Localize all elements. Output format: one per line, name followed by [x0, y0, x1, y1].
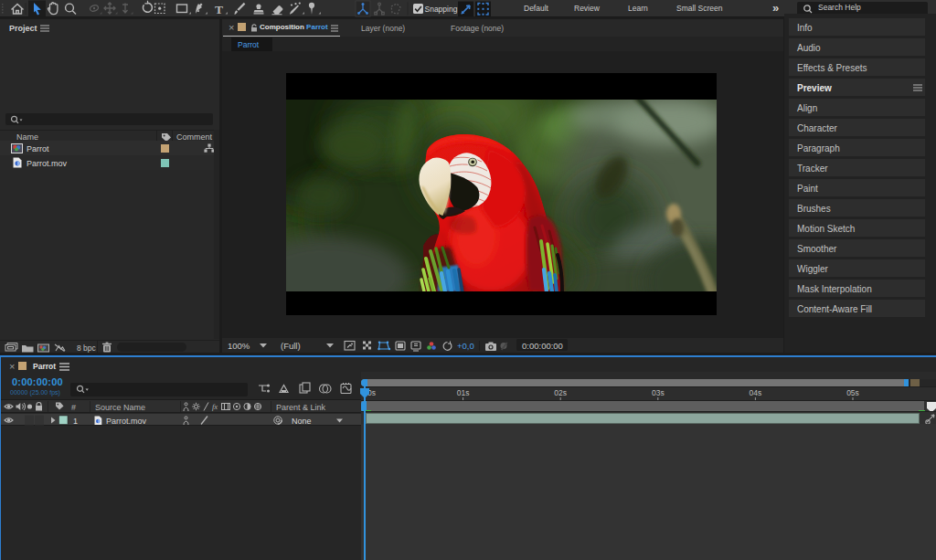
svg-text:01s: 01s: [457, 388, 470, 397]
svg-text:04s: 04s: [750, 388, 762, 397]
svg-text:T: T: [215, 3, 223, 16]
svg-text:Snapping: Snapping: [425, 5, 458, 14]
svg-text:05s: 05s: [846, 388, 859, 397]
svg-text:Source Name: Source Name: [95, 403, 145, 412]
svg-text:fx: fx: [212, 402, 218, 411]
svg-text:03s: 03s: [652, 388, 665, 397]
svg-text:Parrot.mov: Parrot.mov: [106, 416, 147, 425]
svg-text:02s: 02s: [554, 388, 567, 397]
svg-text:#: #: [71, 403, 76, 412]
svg-text:None: None: [292, 416, 312, 425]
svg-text:Parent & Link: Parent & Link: [276, 403, 326, 412]
svg-text:1: 1: [73, 416, 78, 425]
svg-text:+0,0: +0,0: [457, 341, 474, 351]
